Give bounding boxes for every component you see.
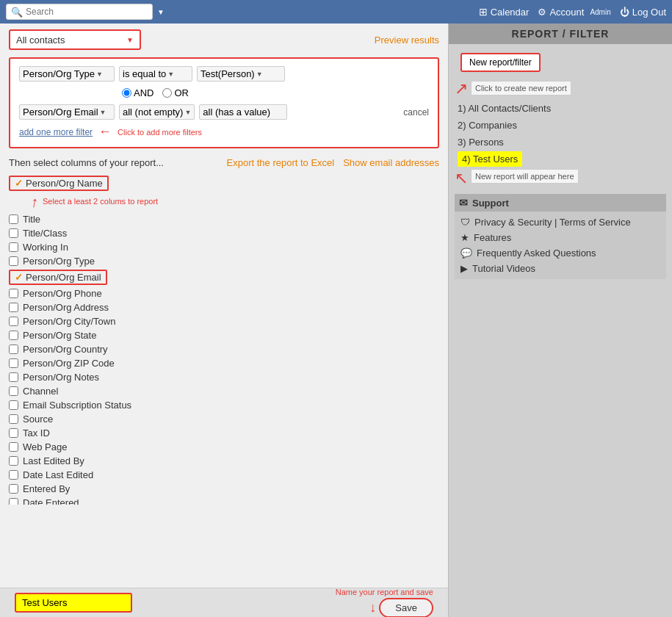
col-checkbox-17[interactable] xyxy=(9,456,18,466)
list-item[interactable]: Web Page xyxy=(9,440,439,454)
filter-operator-1-label: is equal to xyxy=(123,68,166,79)
support-faq[interactable]: 💬 Frequently Asked Questions xyxy=(460,245,660,261)
contacts-dropdown[interactable]: All contacts ▼ xyxy=(9,29,141,50)
list-item[interactable]: Person/Org State xyxy=(9,328,439,342)
filter-value-1[interactable]: Test(Person) ▼ xyxy=(197,66,285,82)
and-radio-label[interactable]: AND xyxy=(122,87,153,98)
support-privacy[interactable]: 🛡 Privacy & Security | Terms of Service xyxy=(460,214,660,230)
list-item[interactable]: Tax ID xyxy=(9,426,439,440)
col-label-1: Title xyxy=(23,214,40,225)
gear-icon: ⚙ xyxy=(538,7,546,18)
person-org-name-checked[interactable]: ✓ Person/Org Name xyxy=(9,176,109,191)
account-button[interactable]: ⚙ Account Admin xyxy=(538,7,610,18)
col-checkbox-7[interactable] xyxy=(9,317,18,326)
list-item[interactable]: Email Subscription Status xyxy=(9,398,439,412)
new-report-annotation: Click to create new report xyxy=(471,81,571,95)
col-checkbox-11[interactable] xyxy=(9,372,18,382)
appear-annotation: New report will appear here xyxy=(471,169,579,184)
filter-field-2[interactable]: Person/Org Email ▼ xyxy=(19,104,115,120)
report-list: 1) All Contacts/Clients 2) Companies 3) … xyxy=(449,100,672,167)
export-excel-link[interactable]: Export the report to Excel xyxy=(227,157,335,168)
or-radio-label[interactable]: OR xyxy=(162,87,189,98)
col-checkbox-16[interactable] xyxy=(9,442,18,452)
save-button[interactable]: Save xyxy=(379,598,433,617)
list-item[interactable]: Person/Org ZIP Code xyxy=(9,356,439,370)
col-label-8: Person/Org State xyxy=(23,330,96,341)
col-checkbox-10[interactable] xyxy=(9,358,18,368)
calendar-button[interactable]: ⊞ Calendar xyxy=(479,6,530,18)
col-checkbox-6[interactable] xyxy=(9,303,18,312)
col-label-18: Date Last Edited xyxy=(23,469,93,480)
report-item-4[interactable]: 4) Test Users xyxy=(455,151,666,167)
report-item-1[interactable]: 1) All Contacts/Clients xyxy=(455,100,666,117)
right-panel: REPORT / FILTER New report/filter ↗ Clic… xyxy=(448,24,672,617)
search-input[interactable] xyxy=(26,7,136,17)
filter-operator-2-label: all (not empty) xyxy=(123,107,183,118)
list-item[interactable]: Last Edited By xyxy=(9,454,439,468)
col-label-15: Tax ID xyxy=(23,427,50,439)
list-item[interactable]: Title/Class xyxy=(9,226,439,240)
col-checkbox-19[interactable] xyxy=(9,484,18,494)
show-email-link[interactable]: Show email addresses xyxy=(343,157,439,168)
list-item[interactable]: Title xyxy=(9,212,439,226)
filter-val-arrow: ▼ xyxy=(256,71,263,78)
list-item[interactable]: Person/Org Address xyxy=(9,300,439,314)
list-item[interactable]: Person/Org Notes xyxy=(9,370,439,384)
filter-field-1[interactable]: Person/Org Type ▼ xyxy=(19,66,115,82)
report-name-input[interactable] xyxy=(15,593,132,613)
dropdown-caret: ▼ xyxy=(126,36,134,44)
list-item[interactable]: Working In xyxy=(9,240,439,254)
list-item[interactable]: Person/Org Phone xyxy=(9,286,439,300)
new-report-arrow: ↗ xyxy=(455,81,468,97)
col-checkbox-18[interactable] xyxy=(9,470,18,480)
list-item[interactable]: Person/Org Country xyxy=(9,342,439,356)
filter-operator-1[interactable]: is equal to ▼ xyxy=(119,66,192,82)
list-item[interactable]: Date Last Edited xyxy=(9,468,439,482)
privacy-label: Privacy & Security | Terms of Service xyxy=(474,217,631,228)
list-item[interactable]: Person/Org Type xyxy=(9,254,439,268)
col-checkbox-12[interactable] xyxy=(9,386,18,396)
support-features[interactable]: ★ Features xyxy=(460,230,660,245)
col-checkbox-4[interactable] xyxy=(9,256,18,266)
save-annotation: Name your report and save xyxy=(336,588,433,596)
col-checkbox-8[interactable] xyxy=(9,331,18,340)
add-filter-link[interactable]: add one more filter xyxy=(19,127,93,137)
and-radio[interactable] xyxy=(122,88,131,98)
col-checkbox-20[interactable] xyxy=(9,498,18,505)
list-item[interactable]: Date Entered xyxy=(9,496,439,505)
filter-field-2-label: Person/Org Email xyxy=(23,107,98,118)
col-label-16: Web Page xyxy=(23,441,67,452)
list-item[interactable]: Entered By xyxy=(9,482,439,496)
list-item[interactable]: Person/Org City/Town xyxy=(9,314,439,328)
col-checkbox-9[interactable] xyxy=(9,344,18,354)
search-box[interactable]: 🔍 xyxy=(6,4,153,20)
new-report-button[interactable]: New report/filter xyxy=(460,53,541,72)
person-org-email-checked[interactable]: ✓ Person/Org Email xyxy=(9,270,107,285)
filter-row-2: Person/Org Email ▼ all (not empty) ▼ all… xyxy=(19,104,287,120)
or-radio[interactable] xyxy=(162,88,172,98)
list-item: ✓ Person/Org Email xyxy=(9,268,439,286)
filter-operator-2[interactable]: all (not empty) ▼ xyxy=(119,104,195,120)
filter-value-2[interactable]: all (has a value) xyxy=(199,104,287,120)
list-item[interactable]: Source xyxy=(9,412,439,426)
col-checkbox-5[interactable] xyxy=(9,289,18,298)
col-checkbox-2[interactable] xyxy=(9,228,18,238)
account-sub: Admin xyxy=(590,8,610,16)
cancel-link[interactable]: cancel xyxy=(403,107,429,118)
list-item[interactable]: Channel xyxy=(9,384,439,398)
report-item-3[interactable]: 3) Persons xyxy=(455,134,666,151)
support-tutorials[interactable]: ▶ Tutorial Videos xyxy=(460,261,660,276)
report-item-2[interactable]: 2) Companies xyxy=(455,117,666,134)
col-checkbox-1[interactable] xyxy=(9,214,18,224)
col-checkbox-13[interactable] xyxy=(9,400,18,410)
right-panel-title: REPORT / FILTER xyxy=(449,24,672,44)
preview-results-link[interactable]: Preview results xyxy=(375,35,439,46)
checkmark-icon-2: ✓ xyxy=(15,272,23,283)
col-checkbox-14[interactable] xyxy=(9,414,18,424)
col-checkbox-3[interactable] xyxy=(9,242,18,252)
logout-button[interactable]: ⏻ Log Out xyxy=(620,7,666,18)
col-checkbox-15[interactable] xyxy=(9,428,18,438)
dropdown-arrow[interactable]: ▼ xyxy=(157,8,165,16)
col-label-20: Date Entered xyxy=(23,497,79,505)
account-label: Account xyxy=(549,7,584,18)
